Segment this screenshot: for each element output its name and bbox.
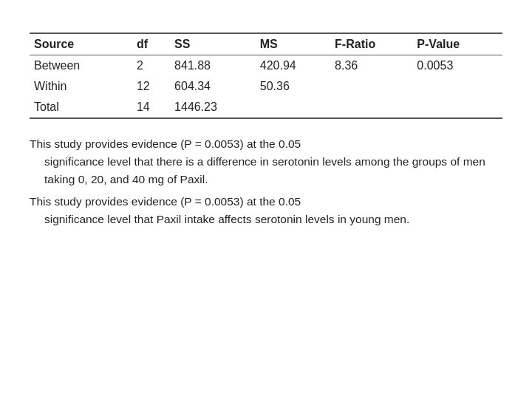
table-cell xyxy=(335,76,417,97)
table-row: Between2841.88420.948.360.0053 xyxy=(30,55,502,77)
table-cell: 50.36 xyxy=(260,76,335,97)
table-cell: 1446.23 xyxy=(174,97,260,118)
table-header-cell: P-Value xyxy=(417,33,502,55)
conclusion-block: This study provides evidence (P = 0.0053… xyxy=(30,135,502,188)
table-cell: Total xyxy=(30,97,137,118)
table-cell: 2 xyxy=(137,55,174,77)
table-header-cell: Source xyxy=(30,33,137,55)
table-cell xyxy=(417,76,502,97)
conclusions-section: This study provides evidence (P = 0.0053… xyxy=(30,135,502,228)
table-cell: 8.36 xyxy=(335,55,417,77)
table-header-cell: SS xyxy=(174,33,260,55)
table-cell xyxy=(260,97,335,118)
table-cell: Between xyxy=(30,55,137,77)
conclusion-block: This study provides evidence (P = 0.0053… xyxy=(30,193,502,228)
table-cell: 604.34 xyxy=(174,76,260,97)
conclusion-indented: significance level that Paxil intake aff… xyxy=(44,211,502,228)
table-row: Within12604.3450.36 xyxy=(30,76,502,97)
anova-table: SourcedfSSMSF-RatioP-Value Between2841.8… xyxy=(30,33,502,119)
table-header-cell: MS xyxy=(260,33,335,55)
conclusion-first-line: This study provides evidence (P = 0.0053… xyxy=(30,193,502,211)
table-cell: 841.88 xyxy=(174,55,260,77)
table-header-cell: F-Ratio xyxy=(335,33,417,55)
table-cell: Within xyxy=(30,76,137,97)
table-header-row: SourcedfSSMSF-RatioP-Value xyxy=(30,33,502,55)
table-cell: 0.0053 xyxy=(417,55,502,77)
table-cell: 12 xyxy=(137,76,174,97)
table-cell: 14 xyxy=(137,97,174,118)
conclusion-indented: significance level that there is a diffe… xyxy=(44,153,502,188)
table-cell xyxy=(417,97,502,118)
table-cell: 420.94 xyxy=(260,55,335,77)
conclusion-first-line: This study provides evidence (P = 0.0053… xyxy=(30,135,502,153)
table-row: Total141446.23 xyxy=(30,97,502,118)
table-header-cell: df xyxy=(137,33,174,55)
table-cell xyxy=(335,97,417,118)
